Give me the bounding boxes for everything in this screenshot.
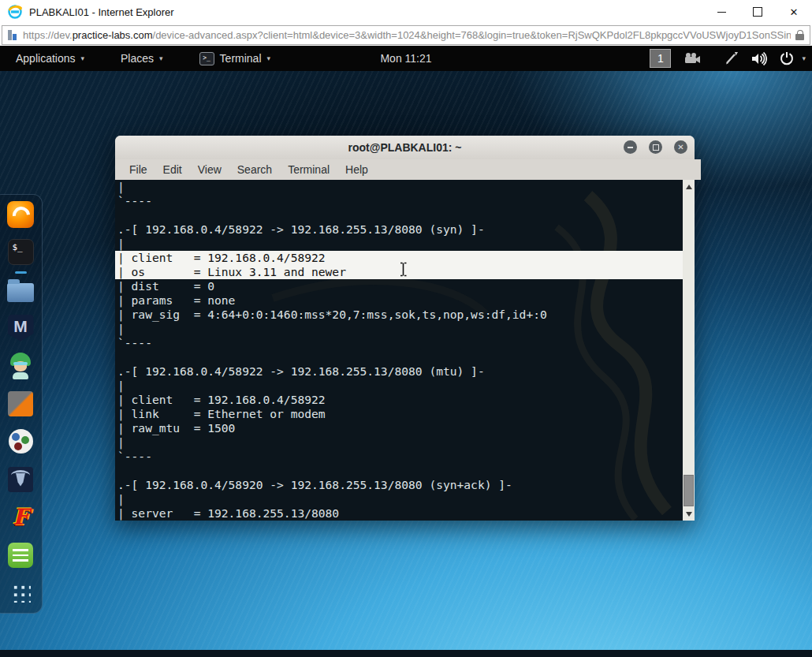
panel-tray: 1 ▾: [650, 46, 806, 71]
terminal-content[interactable]: |`---- .-[ 192.168.0.4/58922 -> 192.168.…: [115, 180, 695, 521]
ssl-lock-icon: [795, 30, 805, 41]
volume-icon[interactable]: [751, 52, 767, 65]
terminal-line: |: [115, 322, 683, 336]
circle-dots-app-icon: [9, 429, 33, 454]
terminal-appmenu[interactable]: >_ Terminal ▾: [188, 46, 281, 71]
terminal-menubar: File Edit View Search Terminal Help: [115, 159, 701, 180]
maximize-icon: [653, 144, 659, 151]
terminal-line: | client = 192.168.0.4/58922: [115, 393, 683, 407]
terminal-mini-icon: >_: [199, 52, 214, 65]
close-icon: ✕: [790, 7, 799, 17]
clock-label[interactable]: Mon 11:21: [380, 52, 431, 65]
green-haired-avatar-icon: [7, 352, 34, 380]
dock-item-circle-dots-app[interactable]: [6, 427, 35, 456]
menu-view[interactable]: View: [190, 159, 229, 180]
address-url-text: https://dev.practice-labs.com/device-adv…: [23, 29, 791, 41]
terminal-line: .-[ 192.168.0.4/58920 -> 192.168.255.13/…: [115, 478, 683, 492]
flaming-f-icon: F: [13, 504, 28, 530]
minimize-button[interactable]: [703, 0, 739, 24]
burpsuite-icon: [8, 391, 33, 416]
dock-item-notes[interactable]: [6, 540, 35, 569]
terminal-line: [115, 208, 683, 222]
terminal-line: | os = Linux 3.11 and newer: [115, 265, 683, 279]
workspace-indicator[interactable]: 1: [650, 49, 671, 68]
applications-menu[interactable]: Applications ▾: [5, 46, 95, 71]
show-applications-icon: [11, 583, 31, 603]
maximize-icon: [753, 7, 762, 17]
browser-titlebar: PLABKALI01 - Internet Explorer ✕: [0, 0, 812, 24]
terminal-line: | client = 192.168.0.4/58922: [115, 251, 683, 265]
terminal-line: | server = 192.168.255.13/8080: [115, 506, 683, 521]
terminal-line: `----: [115, 336, 683, 350]
terminal-window-title: root@PLABKALI01: ~: [348, 141, 462, 154]
applications-menu-label: Applications: [16, 52, 76, 65]
favorites-dock: $_ M F: [0, 194, 43, 614]
terminal-appmenu-label: Terminal: [220, 52, 262, 65]
minimize-icon: [717, 12, 726, 13]
terminal-line: | raw_mtu = 1500: [115, 421, 683, 435]
dock-item-metasploit[interactable]: M: [6, 313, 35, 342]
places-menu[interactable]: Places ▾: [110, 46, 174, 71]
terminal-line: |: [115, 237, 683, 251]
chevron-down-icon: ▾: [81, 54, 85, 62]
metasploit-icon: M: [8, 315, 34, 342]
dock-item-burpsuite[interactable]: [6, 389, 35, 418]
browser-address-row: https://dev.practice-labs.com/device-adv…: [0, 24, 812, 46]
terminal-line: |: [115, 435, 683, 450]
terminal-line: |: [115, 379, 683, 393]
power-icon[interactable]: [780, 51, 794, 65]
beef-bull-icon: [8, 467, 33, 492]
dock-item-terminal[interactable]: $_: [6, 237, 35, 267]
terminal-line: [115, 464, 683, 478]
terminal-titlebar[interactable]: root@PLABKALI01: ~ ✕: [115, 136, 695, 159]
terminal-content-lines: |`---- .-[ 192.168.0.4/58922 -> 192.168.…: [115, 180, 683, 521]
close-icon: ✕: [677, 144, 683, 151]
dock-item-beef[interactable]: [6, 465, 35, 494]
terminal-window-controls: ✕: [624, 140, 687, 154]
terminal-line: | dist = 0: [115, 279, 683, 293]
gnome-top-panel: Applications ▾ Places ▾ >_ Terminal ▾ Mo…: [0, 46, 812, 71]
dock-item-show-applications[interactable]: [6, 578, 35, 607]
places-menu-label: Places: [121, 52, 154, 65]
terminal-line: `----: [115, 450, 683, 464]
terminal-minimize-button[interactable]: [624, 140, 637, 154]
dock-item-files[interactable]: [6, 275, 35, 304]
site-favicon-icon: [7, 30, 17, 40]
maximize-button[interactable]: [739, 0, 776, 24]
terminal-line: [115, 350, 683, 364]
notes-icon: [8, 543, 33, 568]
close-button[interactable]: ✕: [776, 0, 812, 24]
dock-item-flaming-f[interactable]: F: [6, 502, 35, 532]
file-manager-icon: [7, 283, 34, 302]
menu-terminal[interactable]: Terminal: [280, 159, 337, 180]
dock-item-firefox[interactable]: [6, 200, 35, 229]
terminal-line: .-[ 192.168.0.4/58922 -> 192.168.255.13/…: [115, 222, 683, 237]
terminal-line: .-[ 192.168.0.4/58922 -> 192.168.255.13/…: [115, 364, 683, 379]
menu-edit[interactable]: Edit: [155, 159, 190, 180]
chevron-down-icon: ▾: [267, 54, 271, 62]
scroll-up-button[interactable]: [683, 181, 695, 192]
terminal-line: |: [115, 492, 683, 506]
viewport-bottom-edge: [0, 650, 812, 657]
window-controls: ✕: [703, 0, 812, 24]
menu-help[interactable]: Help: [337, 159, 376, 180]
screen-record-icon[interactable]: [683, 52, 701, 65]
terminal-line: | raw_sig = 4:64+0:0:1460:mss*20,7:mss,s…: [115, 308, 683, 322]
terminal-icon: $_: [8, 239, 34, 265]
triangle-up-icon: [686, 185, 692, 189]
terminal-scrollbar[interactable]: [683, 180, 695, 521]
chevron-down-icon: ▾: [159, 54, 163, 62]
pen-icon[interactable]: [724, 51, 739, 65]
terminal-line: `----: [115, 194, 683, 208]
chevron-down-icon[interactable]: ▾: [802, 54, 806, 62]
menu-search[interactable]: Search: [229, 159, 280, 180]
scrollbar-thumb[interactable]: [683, 475, 694, 506]
address-bar-input[interactable]: https://dev.practice-labs.com/device-adv…: [2, 25, 810, 45]
triangle-down-icon: [686, 512, 692, 517]
scroll-down-button[interactable]: [683, 508, 695, 520]
terminal-maximize-button[interactable]: [649, 140, 662, 154]
running-indicator: [15, 271, 27, 274]
dock-item-avatar-app[interactable]: [6, 351, 35, 380]
terminal-close-button[interactable]: ✕: [674, 140, 687, 154]
menu-file[interactable]: File: [121, 159, 155, 180]
